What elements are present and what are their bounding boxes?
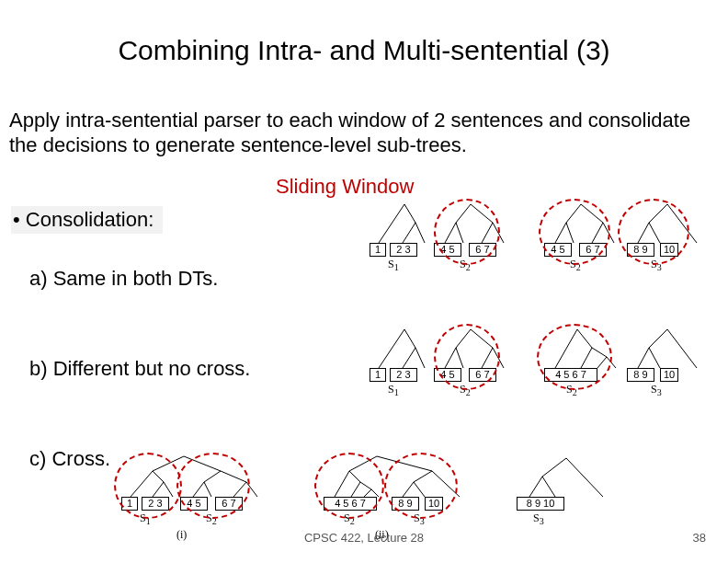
consolidation-bullet: • Consolidation: xyxy=(11,206,163,234)
slide-title: Combining Intra- and Multi-sentential (3… xyxy=(0,35,728,66)
leaf: 1 xyxy=(370,368,386,382)
leaf: 8 9 10 xyxy=(517,497,564,511)
red-circle xyxy=(114,453,182,519)
footer-right: 38 xyxy=(693,531,706,545)
body-text: Apply intra-sentential parser to each wi… xyxy=(9,109,717,158)
s-label: S1 xyxy=(388,258,399,272)
red-circle xyxy=(539,199,610,265)
s-label: S3 xyxy=(651,383,662,397)
tree-c-right: 8 9 10 S3 xyxy=(515,454,634,510)
leaf: 2 3 xyxy=(390,368,417,382)
svg-line-39 xyxy=(649,348,660,368)
sliding-window-label: Sliding Window xyxy=(276,175,414,199)
svg-line-67 xyxy=(542,477,555,497)
svg-line-21 xyxy=(404,329,415,348)
leaf: 10 xyxy=(660,368,678,382)
footer-center: CPSC 422, Lecture 28 xyxy=(0,531,728,545)
item-b: b) Different but no cross. xyxy=(29,357,251,381)
red-circle xyxy=(314,453,384,519)
diagram-row-b: 1 2 3 4 5 6 7 S1 S2 xyxy=(368,326,717,410)
red-circle xyxy=(434,199,500,265)
red-circle xyxy=(434,324,500,390)
svg-line-66 xyxy=(529,477,542,497)
svg-line-36 xyxy=(649,329,667,348)
red-circle xyxy=(176,453,250,519)
svg-line-1 xyxy=(404,204,415,223)
s-label: S3 xyxy=(533,511,544,526)
s-label: S1 xyxy=(388,383,399,397)
red-circle xyxy=(618,199,689,265)
svg-line-22 xyxy=(403,348,415,368)
svg-line-20 xyxy=(379,329,404,368)
leaf: 2 3 xyxy=(390,243,417,257)
red-circle xyxy=(384,453,458,519)
leaf: 8 9 xyxy=(627,368,654,382)
svg-line-0 xyxy=(379,204,404,243)
svg-line-37 xyxy=(667,329,697,368)
svg-line-23 xyxy=(415,348,425,368)
item-c: c) Cross. xyxy=(29,447,110,471)
svg-line-2 xyxy=(403,223,415,243)
svg-line-38 xyxy=(638,348,649,368)
red-circle xyxy=(537,324,612,390)
svg-line-64 xyxy=(542,458,566,477)
item-a: a) Same in both DTs. xyxy=(29,267,218,291)
leaf: 1 xyxy=(370,243,386,257)
diagram-row-a: 1 2 3 4 5 6 7 S1 S2 xyxy=(368,201,717,285)
svg-line-65 xyxy=(566,458,603,497)
svg-line-3 xyxy=(415,223,425,243)
